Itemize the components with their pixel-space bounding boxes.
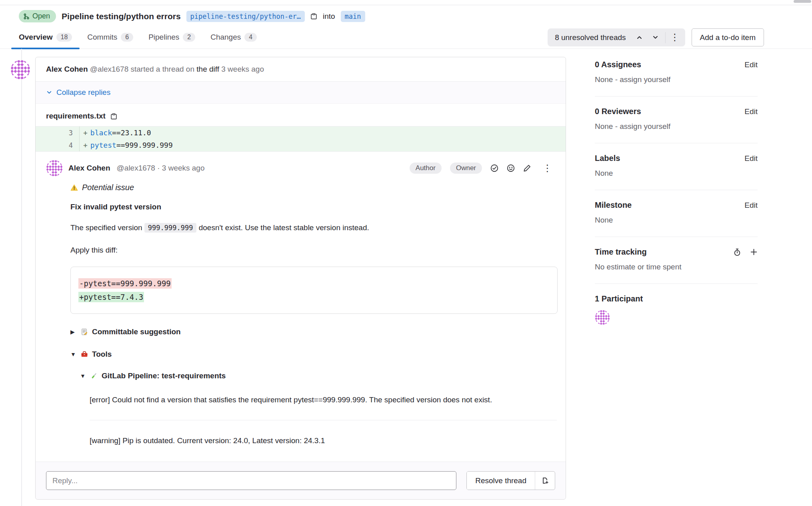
diff-line-number: 3 [36,127,80,139]
reply-input[interactable] [46,471,456,490]
tab-overview-count: 18 [56,33,72,42]
pipeline-label: GitLab Pipeline: test-requirements [102,371,226,380]
file-row: requirements.txt [36,104,566,126]
edit-comment-button[interactable] [523,164,531,172]
reviewers-value[interactable]: None - assign yourself [595,122,758,131]
add-reaction-button[interactable] [507,164,515,172]
tab-commits[interactable]: Commits 6 [80,26,141,48]
comment-body: Potential issue Fix invalid pytest versi… [46,183,555,447]
comment-author-name[interactable]: Alex Cohen [68,164,110,173]
create-issue-to-resolve-button[interactable] [535,472,555,490]
tabs-right-controls: 8 unresolved threads ⋮ Add a to-do item [548,28,764,46]
tools-label: Tools [92,350,112,359]
copy-branch-button[interactable] [310,13,317,20]
divider [665,32,666,43]
pipeline-toggle[interactable]: ▼ GitLab Pipeline: test-requirements [80,371,555,380]
pipeline-warning-text: [warning] Pip is outdated. Current versi… [90,434,550,447]
diff-line-added[interactable]: 3 +black==23.11.0 [36,127,566,139]
participants-section: 1 Participant [595,284,758,337]
comment-options-kebab-menu[interactable]: ⋮ [540,164,555,173]
author-badge: Author [410,163,442,174]
reviewers-edit-button[interactable]: Edit [744,107,758,116]
add-todo-button[interactable]: Add a to-do item [692,28,764,46]
time-tracking-title: Time tracking [595,247,647,257]
next-thread-button[interactable] [648,30,664,45]
committable-suggestion-label: Committable suggestion [92,327,181,336]
tab-overview[interactable]: Overview 18 [11,26,80,48]
chevron-down-icon [652,34,659,41]
add-time-entry-button[interactable] [750,248,758,256]
tab-changes-count: 4 [244,33,257,42]
status-badge: Open [19,10,56,22]
merge-request-icon [23,13,30,20]
tab-pipelines[interactable]: Pipelines 2 [141,26,203,48]
tools-toggle[interactable]: ▼ Tools [70,350,555,359]
tab-pipelines-count: 2 [183,33,195,42]
pipeline-output: [error] Could not find a version that sa… [90,393,555,447]
mr-tabs-bar: Overview 18 Commits 6 Pipelines 2 Change… [0,26,812,49]
apply-diff-label: Apply this diff: [70,244,555,256]
page-title: Pipeline testing/python errors [62,12,181,21]
package-version: ==999.999.999 [116,141,173,149]
the-diff-link[interactable]: the diff [196,65,219,73]
labels-title: Labels [595,154,620,163]
diff-plus-sign: + [83,129,88,137]
copy-file-path-button[interactable] [110,113,117,120]
resolve-thread-button[interactable]: Resolve thread [467,472,535,490]
stopwatch-icon [733,248,741,256]
comment-meta[interactable]: @alex1678 · 3 weeks ago [117,164,205,173]
top-strip [0,0,812,5]
thread-footer: Resolve thread [36,462,566,499]
reviewers-section: 0 Reviewers Edit None - assign yourself [595,96,758,143]
owner-badge: Owner [450,163,482,174]
time-tracking-value: No estimate or time spent [595,263,758,271]
diff-line-added[interactable]: 4 +pytest==999.999.999 [36,139,566,151]
added-line: +pytest==7.4.3 [78,290,550,304]
status-badge-label: Open [32,12,50,20]
comment-paragraph: The specified version 999.999.999 doesn'… [70,222,555,234]
target-branch-badge[interactable]: main [341,11,365,22]
tab-changes[interactable]: Changes 4 [203,26,264,48]
assignees-edit-button[interactable]: Edit [744,60,758,69]
diff-line-code: +pytest==999.999.999 [80,141,173,149]
time-tracking-section: Time tracking No estimate or time spent [595,237,758,284]
memo-icon [81,328,88,335]
thread-options-kebab-menu[interactable]: ⋮ [667,33,683,42]
source-branch-badge[interactable]: pipeline-testing/python-er… [186,11,305,22]
file-name[interactable]: requirements.txt [46,112,106,120]
pipeline-error-text: [error] Could not find a version that sa… [90,393,550,406]
collapse-replies-toggle[interactable]: Collapse replies [46,88,110,97]
milestone-edit-button[interactable]: Edit [744,201,758,210]
chevron-up-icon [636,34,643,41]
potential-issue-row: Potential issue [70,183,555,192]
triangle-down-icon: ▼ [70,351,77,357]
participant-avatar[interactable] [595,310,610,325]
committable-suggestion-toggle[interactable]: ▶ Committable suggestion [70,327,555,336]
milestone-title: Milestone [595,201,632,210]
smiley-icon [507,164,515,172]
thread-author-name[interactable]: Alex Cohen [46,65,88,73]
paragraph-text: The specified version [70,223,142,232]
inline-code-version: 999.999.999 [144,223,197,233]
assignees-value[interactable]: None - assign yourself [595,75,758,84]
resolve-comment-button[interactable] [490,164,498,172]
unresolved-threads-label: 8 unresolved threads [555,33,626,42]
time-tracking-help-button[interactable] [733,248,741,256]
triangle-down-icon: ▼ [80,373,86,379]
thread-timestamp[interactable]: 3 weeks ago [221,65,264,73]
diff-line-number: 4 [36,139,80,151]
milestone-section: Milestone Edit None [595,190,758,237]
assignees-title: 0 Assignees [595,60,641,69]
comment-author-avatar[interactable] [46,160,63,177]
previous-thread-button[interactable] [632,30,648,45]
labels-edit-button[interactable]: Edit [744,154,758,163]
thread-author-avatar[interactable] [10,60,30,80]
divider [90,420,557,420]
comment-actions: Author Owner ⋮ [410,163,555,174]
screwdriver-icon [90,372,98,380]
discussion-thread-card: Alex Cohen @alex1678 started a thread on… [35,57,566,500]
diff-line-code: +black==23.11.0 [80,129,151,137]
removed-line-text: -pytest==999.999.999 [78,278,172,289]
horizontal-scrollbar[interactable] [794,0,811,3]
removed-line: -pytest==999.999.999 [78,277,550,290]
